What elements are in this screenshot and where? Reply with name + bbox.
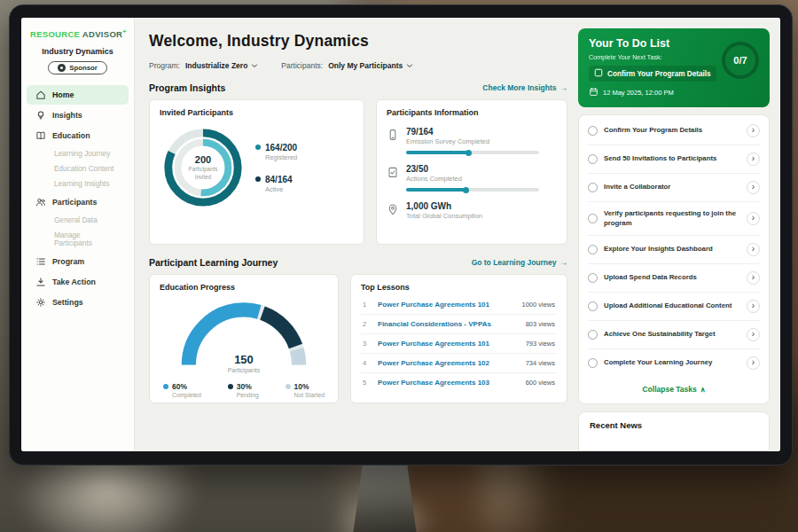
task-row[interactable]: Upload Additional Educational Content › [588,293,760,321]
sidebar-item-education[interactable]: Education [27,126,129,145]
lesson-link[interactable]: Power Purchase Agreements 103 [378,379,519,387]
legend-dot [286,384,291,389]
sidebar: RESOURCE ADVISOR+ Industry Dynamics Spon… [21,18,135,451]
dashboard-screen: RESOURCE ADVISOR+ Industry Dynamics Spon… [21,18,780,451]
legend-dot [255,145,261,150]
task-row[interactable]: Explore Your Insights Dashboard › [588,236,760,264]
task-row[interactable]: Confirm Your Program Details › [588,117,760,145]
next-task-row[interactable]: Confirm Your Program Details [589,66,716,82]
task-row[interactable]: Complete Your Learning Journey › [588,349,760,377]
checkbox-icon [594,68,603,79]
card-title: Top Lessons [361,283,557,292]
participants-filter: Participants: Only My Participants [281,61,413,70]
legend-item-completed: 60% Completed [163,382,201,398]
card-title: Education Progress [160,283,328,292]
gear-icon [35,297,46,308]
chevron-right-icon[interactable]: › [747,356,760,370]
lesson-row: 2 Financial Considerations - VPPAs 803 v… [361,315,557,334]
task-checkbox[interactable] [588,301,598,311]
participants-select[interactable]: Only My Participants [328,61,413,70]
legend-item-not-started: 10% Not Started [286,382,325,398]
go-to-learning-journey-link[interactable]: Go to Learning Journey → [472,258,567,267]
clipboard-check-icon [387,164,399,192]
invited-legend: 164/200 Registered 84/164 Active [255,143,297,193]
task-checkbox[interactable] [588,214,598,223]
desk-scene: RESOURCE ADVISOR+ Industry Dynamics Spon… [0,0,798,532]
check-more-insights-link[interactable]: Check More Insights → [482,83,567,92]
sidebar-item-manage-participants[interactable]: Manage Participants [27,228,129,251]
chevron-right-icon[interactable]: › [747,124,760,137]
gauge-center-label: Participants [177,367,310,373]
task-row[interactable]: Achieve One Sustainability Target › [588,321,760,349]
task-row[interactable]: Upload Spend Data Records › [588,264,760,293]
todo-progress-count: 0/7 [720,40,761,81]
learning-journey-header: Participant Learning Journey Go to Learn… [149,257,567,268]
calendar-icon [589,87,598,98]
arrow-right-icon: → [560,258,568,267]
task-checkbox[interactable] [588,273,598,283]
lesson-link[interactable]: Financial Considerations - VPPAs [378,320,519,328]
task-checkbox[interactable] [588,183,598,192]
lesson-row: 4 Power Purchase Agreements 102 734 view… [361,354,557,373]
program-filter: Program: Industrialize Zero [149,61,258,70]
pin-icon [387,201,399,220]
due-date-row: 12 May 2025, 12:00 PM [589,87,759,98]
education-gauge-chart: 150 Participants [177,299,310,372]
program-select[interactable]: Industrialize Zero [185,61,258,70]
chevron-right-icon[interactable]: › [747,328,760,341]
sidebar-item-learning-journey[interactable]: Learning Journey [27,146,129,161]
task-checkbox[interactable] [588,126,598,136]
legend-item-active: 84/164 Active [255,175,297,193]
sidebar-item-settings[interactable]: Settings [27,293,129,312]
learning-cards-row: Education Progress 150 [149,274,567,403]
card-title: Participants Information [387,108,557,117]
chevron-right-icon[interactable]: › [747,212,760,225]
sidebar-item-take-action[interactable]: Take Action [27,272,129,292]
page-title: Welcome, Industry Dynamics [149,32,567,51]
sidebar-item-participants[interactable]: Participants [27,192,129,212]
task-checkbox[interactable] [588,245,598,254]
chevron-right-icon[interactable]: › [747,153,760,166]
invited-donut-chart: 200 Participants Invited [160,124,246,211]
chevron-up-icon: ∧ [700,386,706,394]
section-title: Participant Learning Journey [149,257,278,268]
task-row[interactable]: Send 50 Invitations to Participants › [588,145,760,174]
lesson-link[interactable]: Power Purchase Agreements 101 [378,340,519,348]
lesson-row: 5 Power Purchase Agreements 103 600 view… [361,373,557,392]
sidebar-item-education-content[interactable]: Education Content [27,161,129,176]
sidebar-item-home[interactable]: Home [27,85,129,105]
lesson-link[interactable]: Power Purchase Agreements 102 [378,359,519,367]
task-row[interactable]: Invite a Collaborator › [588,174,760,202]
chevron-right-icon[interactable]: › [747,300,760,313]
sidebar-item-general-data[interactable]: General Data [27,213,129,228]
chevron-right-icon[interactable]: › [747,181,760,194]
chevron-right-icon[interactable]: › [747,271,760,285]
task-checkbox[interactable] [588,358,598,368]
filters-row: Program: Industrialize Zero Participants… [149,61,567,70]
info-row-emission-survey: 79/164 Emission Survey Completed [387,127,557,154]
chevron-down-icon [251,64,258,68]
top-lessons-card: Top Lessons 1 Power Purchase Agreements … [350,274,567,403]
todo-task-list-card: Confirm Your Program Details › Send 50 I… [578,114,770,404]
collapse-tasks-link[interactable]: Collapse Tasks ∧ [588,377,760,402]
chevron-right-icon[interactable]: › [747,243,760,256]
chevron-down-icon [406,64,413,68]
sponsor-badge: Sponsor [48,61,107,74]
emission-progress-bar [406,151,539,154]
task-checkbox[interactable] [588,154,598,164]
sidebar-item-learning-insights[interactable]: Learning Insights [27,176,129,192]
task-row[interactable]: Verify participants requesting to join t… [588,202,760,236]
task-checkbox[interactable] [588,330,598,340]
lessons-list: 1 Power Purchase Agreements 101 1000 vie… [361,295,557,392]
actions-progress-bar [406,188,539,192]
info-row-actions: 23/50 Actions Completed [387,164,557,192]
monitor-stand [352,464,418,532]
lesson-row: 3 Power Purchase Agreements 101 793 view… [361,334,557,354]
card-title: Invited Participants [160,108,354,117]
sidebar-item-program[interactable]: Program [27,252,129,271]
program-label: Program: [149,61,180,70]
sidebar-item-insights[interactable]: Insights [27,106,129,125]
list-icon [35,256,46,267]
monitor-bezel: RESOURCE ADVISOR+ Industry Dynamics Spon… [9,4,793,466]
lesson-link[interactable]: Power Purchase Agreements 101 [378,301,514,309]
